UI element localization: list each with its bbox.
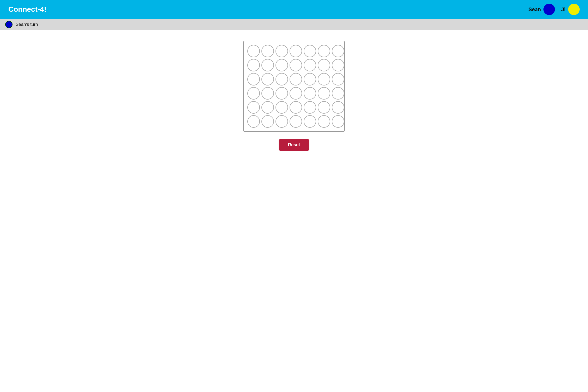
board-cell[interactable] xyxy=(275,45,288,57)
board-cell[interactable] xyxy=(275,73,288,85)
board-cell[interactable] xyxy=(332,101,344,114)
player-ji-name: Ji xyxy=(561,7,566,13)
board-cell[interactable] xyxy=(304,115,316,128)
board-cell[interactable] xyxy=(318,87,330,100)
board-cell[interactable] xyxy=(332,73,344,85)
board-cell[interactable] xyxy=(318,45,330,57)
board-cell[interactable] xyxy=(290,73,302,85)
player-sean-token xyxy=(543,4,555,15)
board-cell[interactable] xyxy=(318,59,330,71)
board-cell[interactable] xyxy=(290,115,302,128)
board-cell[interactable] xyxy=(332,87,344,100)
board-cell[interactable] xyxy=(304,45,316,57)
board-cell[interactable] xyxy=(304,73,316,85)
board-cell[interactable] xyxy=(275,115,288,128)
board-cell[interactable] xyxy=(247,73,260,85)
board-cell[interactable] xyxy=(332,59,344,71)
board-cell[interactable] xyxy=(247,101,260,114)
board-cell[interactable] xyxy=(290,45,302,57)
board-cell[interactable] xyxy=(332,115,344,128)
board-cell[interactable] xyxy=(318,115,330,128)
turn-text: Sean's turn xyxy=(16,22,38,27)
board-cell[interactable] xyxy=(261,101,274,114)
board-cell[interactable] xyxy=(290,101,302,114)
board-cell[interactable] xyxy=(275,59,288,71)
board-cell[interactable] xyxy=(247,87,260,100)
board-cell[interactable] xyxy=(304,59,316,71)
reset-button[interactable]: Reset xyxy=(279,139,309,151)
board-cell[interactable] xyxy=(261,87,274,100)
board-cell[interactable] xyxy=(304,87,316,100)
game-board[interactable] xyxy=(243,41,345,132)
board-cell[interactable] xyxy=(261,45,274,57)
player-sean-name: Sean xyxy=(529,7,541,13)
board-cell[interactable] xyxy=(261,115,274,128)
board-cell[interactable] xyxy=(247,115,260,128)
board-cell[interactable] xyxy=(332,45,344,57)
main-content: Reset xyxy=(0,30,588,156)
player-ji-token xyxy=(568,4,580,15)
board-cell[interactable] xyxy=(261,73,274,85)
board-cell[interactable] xyxy=(261,59,274,71)
board-cell[interactable] xyxy=(318,101,330,114)
app-title: Connect-4! xyxy=(8,5,46,14)
board-cell[interactable] xyxy=(290,87,302,100)
board-cell[interactable] xyxy=(275,101,288,114)
app-header: Connect-4! Sean Ji xyxy=(0,0,588,19)
board-cell[interactable] xyxy=(247,45,260,57)
board-cell[interactable] xyxy=(290,59,302,71)
board-cell[interactable] xyxy=(318,73,330,85)
board-cell[interactable] xyxy=(304,101,316,114)
player-sean: Sean xyxy=(529,4,555,15)
turn-indicator-token xyxy=(5,21,13,28)
players-area: Sean Ji xyxy=(529,4,580,15)
turn-bar: Sean's turn xyxy=(0,19,588,30)
player-ji: Ji xyxy=(561,4,580,15)
board-cell[interactable] xyxy=(275,87,288,100)
board-cell[interactable] xyxy=(247,59,260,71)
